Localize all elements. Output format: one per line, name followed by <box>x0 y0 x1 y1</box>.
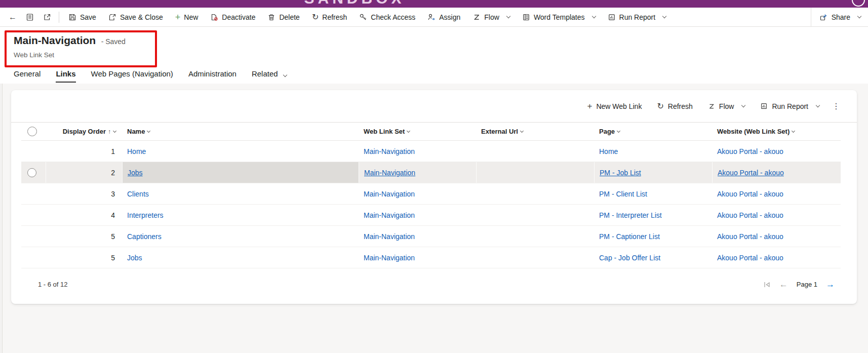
refresh-icon: ↻ <box>657 102 663 110</box>
lookup-link[interactable]: Home <box>599 147 618 155</box>
table-row[interactable]: 4 Interpreters Main-Navigation PM - Inte… <box>21 205 841 226</box>
app-window: SANDBOX ← Save Save & C <box>0 0 868 353</box>
form-switcher-button[interactable] <box>21 10 38 25</box>
column-header-external-url[interactable]: External Url <box>476 128 594 135</box>
tab-related[interactable]: Related <box>252 69 287 83</box>
column-header-website[interactable]: Website (Web Link Set) <box>712 128 831 135</box>
run-report-menu-button[interactable]: Run Report <box>602 10 673 25</box>
cell-external-url <box>476 162 594 183</box>
lookup-link[interactable]: Main-Navigation <box>364 254 415 262</box>
key-icon <box>359 13 367 21</box>
grid-footer: 1 - 6 of 12 ← Page 1 → <box>11 268 857 303</box>
report-icon <box>760 102 768 110</box>
more-commands-button[interactable]: ⋮ <box>828 98 844 114</box>
report-icon <box>608 13 616 21</box>
first-page-button[interactable] <box>763 281 771 288</box>
cell-web-link-set: Main-Navigation <box>359 162 476 183</box>
column-header-name[interactable]: Name <box>122 128 359 135</box>
lookup-link[interactable]: Akouo Portal - akouo <box>717 211 783 219</box>
previous-page-button[interactable]: ← <box>779 280 788 289</box>
collapsed-sidebar-rail <box>0 84 3 353</box>
save-and-close-button[interactable]: Save & Close <box>102 10 169 25</box>
chevron-down-icon <box>283 73 287 77</box>
lookup-link[interactable]: Main-Navigation <box>364 232 415 241</box>
next-page-button[interactable]: → <box>826 280 835 289</box>
lookup-link[interactable]: Main-Navigation <box>364 190 415 198</box>
avatar[interactable] <box>852 0 865 7</box>
new-button[interactable]: + New <box>169 10 205 25</box>
column-header-page[interactable]: Page <box>594 128 712 135</box>
page-number: Page 1 <box>797 281 817 288</box>
lookup-link[interactable]: Akouo Portal - akouo <box>718 169 784 177</box>
assign-button[interactable]: Assign <box>421 10 466 25</box>
grid-toolbar: + New Web Link ↻ Refresh Flow Run Report <box>11 90 857 123</box>
cell-display-order: 4 <box>46 205 122 225</box>
cell-external-url <box>476 205 594 225</box>
lookup-link[interactable]: PM - Captioner List <box>599 232 660 241</box>
word-templates-menu-button[interactable]: Word Templates <box>516 10 602 25</box>
lookup-link[interactable]: Akouo Portal - akouo <box>717 147 783 155</box>
lookup-link[interactable]: Akouo Portal - akouo <box>717 254 783 262</box>
table-row[interactable]: 5 Captioners Main-Navigation PM - Captio… <box>21 226 841 247</box>
cell-website: Akouo Portal - akouo <box>712 205 831 225</box>
deactivate-icon <box>210 13 218 21</box>
new-web-link-button[interactable]: + New Web Link <box>581 98 648 114</box>
save-button[interactable]: Save <box>62 10 102 25</box>
cell-page: Cap - Job Offer List <box>594 247 712 268</box>
subgrid-card: + New Web Link ↻ Refresh Flow Run Report <box>11 90 857 304</box>
lookup-link[interactable]: Akouo Portal - akouo <box>717 232 783 241</box>
tab-links[interactable]: Links <box>56 69 75 83</box>
grid-flow-menu-button[interactable]: Flow <box>702 98 752 114</box>
cell-page: Home <box>594 141 712 162</box>
save-close-icon <box>108 13 116 21</box>
record-link[interactable]: Captioners <box>127 232 162 241</box>
lookup-link[interactable]: Main-Navigation <box>364 211 415 219</box>
lookup-link[interactable]: Main-Navigation <box>364 147 415 155</box>
lookup-link[interactable]: PM - Interpreter List <box>599 211 662 219</box>
grid-refresh-button[interactable]: ↻ Refresh <box>651 98 698 114</box>
lookup-link[interactable]: PM - Job List <box>600 169 641 177</box>
lookup-link[interactable]: Akouo Portal - akouo <box>717 190 783 198</box>
cell-name: Interpreters <box>122 205 359 225</box>
select-all-checkbox[interactable] <box>21 127 46 136</box>
lookup-link[interactable]: Cap - Job Offer List <box>599 254 660 262</box>
tab-general[interactable]: General <box>14 69 41 83</box>
delete-button[interactable]: Delete <box>261 10 305 25</box>
tab-administration[interactable]: Administration <box>188 69 236 83</box>
flow-icon <box>708 103 715 110</box>
back-button[interactable]: ← <box>4 10 21 25</box>
cell-name: Captioners <box>122 226 359 247</box>
popout-button[interactable] <box>38 10 56 25</box>
record-link[interactable]: Interpreters <box>127 211 164 219</box>
table-row[interactable]: 3 Clients Main-Navigation PM - Client Li… <box>21 183 841 205</box>
checkbox-circle-icon[interactable] <box>27 127 37 136</box>
share-menu-button[interactable]: Share <box>811 8 868 26</box>
column-header-web-link-set[interactable]: Web Link Set <box>359 128 476 135</box>
chevron-down-icon <box>147 129 150 132</box>
row-checkbox-circle[interactable] <box>27 168 36 177</box>
lookup-link[interactable]: Main-Navigation <box>364 169 415 177</box>
refresh-button[interactable]: ↻ Refresh <box>306 10 353 25</box>
record-link[interactable]: Jobs <box>127 254 142 262</box>
cell-external-url <box>476 141 594 162</box>
table-row[interactable]: 5 Jobs Main-Navigation Cap - Job Offer L… <box>21 247 841 268</box>
column-header-display-order[interactable]: Display Order ↑ <box>46 128 122 135</box>
lookup-link[interactable]: PM - Client List <box>599 190 647 198</box>
command-divider <box>59 12 59 23</box>
flow-menu-button[interactable]: Flow <box>466 10 516 25</box>
table-row[interactable]: 1 Home Main-Navigation Home Akouo Portal… <box>21 141 841 162</box>
grid-run-report-menu-button[interactable]: Run Report <box>754 98 825 114</box>
deactivate-button[interactable]: Deactivate <box>204 10 261 25</box>
cell-web-link-set: Main-Navigation <box>359 205 476 225</box>
chevron-down-icon <box>792 129 795 132</box>
record-link[interactable]: Jobs <box>128 169 143 177</box>
first-page-icon <box>763 281 771 288</box>
record-link[interactable]: Clients <box>127 190 149 198</box>
check-access-button[interactable]: Check Access <box>353 10 421 25</box>
cell-display-order: 2 <box>46 162 122 183</box>
chevron-down-icon <box>506 14 510 18</box>
tab-web-pages-navigation[interactable]: Web Pages (Navigation) <box>91 69 173 83</box>
flow-icon <box>472 13 481 21</box>
table-row-selected[interactable]: 2 Jobs Main-Navigation PM - Job List Ako… <box>21 162 841 183</box>
record-link[interactable]: Home <box>127 147 146 155</box>
